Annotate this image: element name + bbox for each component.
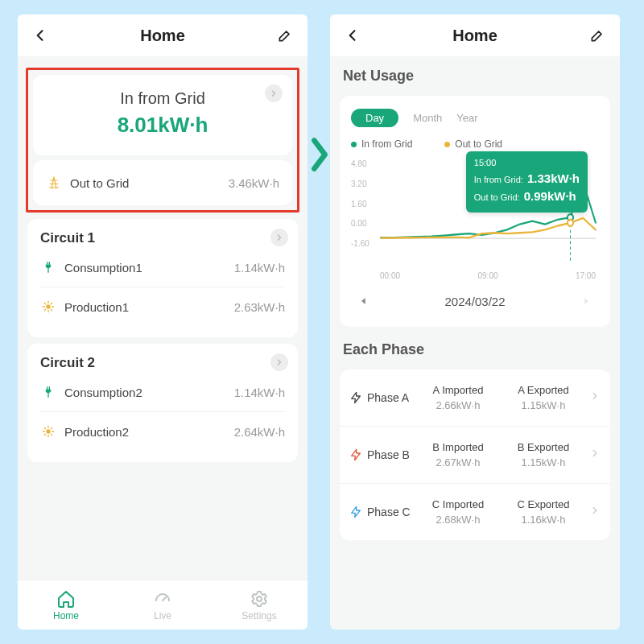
tooltip-in-label: In from Grid: xyxy=(474,175,523,184)
date-prev-button[interactable] xyxy=(354,291,374,311)
phase-imported: B Imported2.67kW·h xyxy=(419,441,497,469)
bolt-icon xyxy=(349,448,362,461)
bolt-icon xyxy=(349,391,362,404)
svg-marker-25 xyxy=(352,392,361,402)
page-title: Home xyxy=(452,27,497,45)
legend-dot-out xyxy=(444,142,450,147)
highlight-frame: In from Grid 8.01kW·h Out to Grid 3.46kW… xyxy=(26,68,299,213)
back-button[interactable] xyxy=(29,24,52,47)
home-icon xyxy=(56,589,76,609)
chevron-right-icon xyxy=(589,390,601,405)
summary-card-in-from-grid[interactable]: In from Grid 8.01kW·h xyxy=(33,75,292,155)
svg-marker-26 xyxy=(352,449,361,460)
svg-line-7 xyxy=(44,309,45,310)
circuit-title: Circuit 1 xyxy=(40,230,285,246)
chart-legend: In from Grid Out to Grid xyxy=(351,138,599,150)
phase-imported: A Imported2.66kW·h xyxy=(419,384,497,411)
phase-row[interactable]: Phase A A Imported2.66kW·h A Exported1.1… xyxy=(340,369,610,426)
chevron-right-icon xyxy=(265,85,283,102)
summary-card-out-to-grid[interactable]: Out to Grid 3.46kW·h xyxy=(33,160,292,205)
circuit-title: Circuit 2 xyxy=(40,355,285,371)
hero-value: 8.01kW·h xyxy=(46,113,279,138)
bolt-icon xyxy=(349,506,362,518)
svg-point-9 xyxy=(46,429,50,433)
range-segmented: Day Month Year xyxy=(351,109,599,127)
legend-dot-in xyxy=(351,142,357,147)
row-label: Consumption1 xyxy=(64,261,226,275)
tab-live[interactable]: Live xyxy=(114,580,211,630)
date-next-button[interactable] xyxy=(576,291,596,311)
sun-icon xyxy=(40,299,56,315)
usage-chart[interactable]: 4.803.201.600.00-1.60 00:0009:0017:00 15… xyxy=(351,159,599,280)
row-value: 2.64kW·h xyxy=(234,425,285,439)
svg-point-0 xyxy=(46,304,50,308)
phase-exported: C Exported1.16kW·h xyxy=(504,498,583,526)
tab-home[interactable]: Home xyxy=(18,580,114,630)
tab-label: Live xyxy=(154,610,171,621)
phase-exported: A Exported1.15kW·h xyxy=(504,384,583,411)
svg-point-22 xyxy=(568,220,573,226)
range-month[interactable]: Month xyxy=(413,112,442,124)
svg-line-8 xyxy=(51,303,52,303)
gear-icon xyxy=(250,589,269,609)
row-value: 1.14kW·h xyxy=(234,261,285,275)
each-phase-card: Phase A A Imported2.66kW·h A Exported1.1… xyxy=(340,369,610,540)
back-button[interactable] xyxy=(341,24,364,47)
circuit-card[interactable]: Circuit 1 Consumption1 1.14kW·h Producti… xyxy=(27,219,298,337)
svg-marker-27 xyxy=(352,506,361,517)
phase-row[interactable]: Phase C C Imported2.68kW·h C Exported1.1… xyxy=(340,483,610,540)
section-title-net-usage: Net Usage xyxy=(336,60,613,89)
svg-line-6 xyxy=(51,309,52,310)
legend-in-label: In from Grid xyxy=(361,138,412,150)
tab-settings[interactable]: Settings xyxy=(211,580,308,630)
edit-button[interactable] xyxy=(274,24,296,47)
chevron-right-icon xyxy=(589,505,601,519)
circuit-row: Production1 2.63kW·h xyxy=(40,287,285,326)
pylon-icon xyxy=(46,175,62,191)
svg-point-18 xyxy=(257,597,262,601)
phone-net-usage: Home Net Usage Day Month Year In from Gr… xyxy=(330,14,620,630)
phase-name: Phase C xyxy=(349,506,412,518)
tab-label: Home xyxy=(53,610,79,621)
net-usage-card: Day Month Year In from Grid Out to Grid … xyxy=(340,96,610,327)
range-year[interactable]: Year xyxy=(456,112,477,124)
titlebar: Home xyxy=(18,14,308,56)
row-label: Out to Grid xyxy=(70,176,221,190)
svg-marker-24 xyxy=(584,298,588,304)
phase-name: Phase A xyxy=(349,391,412,404)
row-value: 2.63kW·h xyxy=(234,300,285,314)
section-title-each-phase: Each Phase xyxy=(336,333,613,363)
circuit-card[interactable]: Circuit 2 Consumption2 1.14kW·h Producti… xyxy=(27,344,298,462)
phase-exported: B Exported1.15kW·h xyxy=(504,441,583,469)
row-value: 3.46kW·h xyxy=(229,176,279,190)
tab-bar: Home Live Settings xyxy=(18,580,308,630)
titlebar: Home xyxy=(330,14,620,56)
circuit-row: Consumption1 1.14kW·h xyxy=(40,248,285,287)
chart-tooltip: 15:00 In from Grid: 1.33kW·h Out to Grid… xyxy=(466,151,588,213)
circuit-row: Production2 2.64kW·h xyxy=(40,411,285,451)
chevron-right-icon xyxy=(270,229,288,246)
gauge-icon xyxy=(153,589,172,609)
plug-icon xyxy=(40,259,56,275)
tooltip-out-value: 0.99kW·h xyxy=(524,189,576,203)
svg-line-15 xyxy=(51,434,52,435)
tab-label: Settings xyxy=(242,610,276,621)
navigate-arrow-icon xyxy=(308,137,331,175)
hero-label: In from Grid xyxy=(46,89,279,108)
phase-row[interactable]: Phase B B Imported2.67kW·h B Exported1.1… xyxy=(340,426,610,483)
date-stepper: 2024/03/22 xyxy=(351,291,599,311)
range-day[interactable]: Day xyxy=(351,109,398,127)
row-label: Consumption2 xyxy=(64,386,226,399)
legend-out-label: Out to Grid xyxy=(455,138,502,150)
current-date: 2024/03/22 xyxy=(444,295,505,308)
svg-line-14 xyxy=(44,427,45,428)
row-label: Production1 xyxy=(64,300,226,314)
chevron-right-icon xyxy=(270,353,288,371)
tooltip-in-value: 1.33kW·h xyxy=(527,171,580,185)
phone-home-overview: Home In from Grid 8.01kW·h xyxy=(18,14,308,630)
edit-button[interactable] xyxy=(586,24,609,47)
tooltip-time: 15:00 xyxy=(474,156,580,170)
svg-line-16 xyxy=(44,434,45,435)
row-label: Production2 xyxy=(64,425,226,439)
row-value: 1.14kW·h xyxy=(234,386,285,399)
